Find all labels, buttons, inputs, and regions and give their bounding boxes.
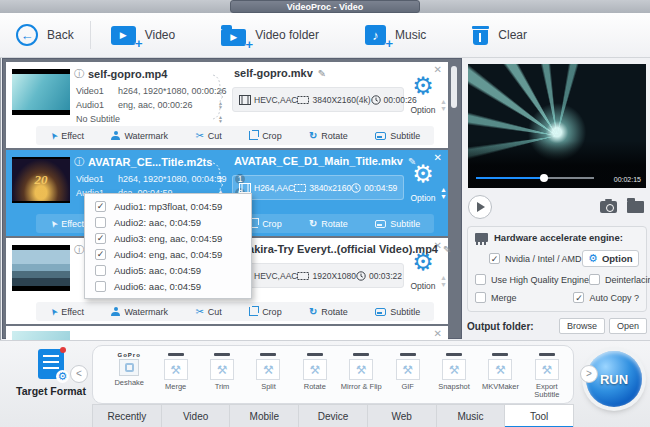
- add-video-folder-button[interactable]: ▶ Video folder: [221, 25, 319, 46]
- play-button[interactable]: [468, 195, 492, 219]
- action-subtitle[interactable]: Subtitle: [375, 219, 420, 229]
- tool-trim[interactable]: ⚒ Trim: [200, 351, 244, 391]
- tab-music[interactable]: Music: [437, 405, 506, 427]
- tool-merge[interactable]: ⚒ Merge: [153, 351, 197, 391]
- checkbox[interactable]: [95, 249, 106, 260]
- info-icon[interactable]: ⓘ: [74, 155, 84, 169]
- tool-gif[interactable]: ⚒ GIF: [385, 351, 429, 391]
- tab-mobile[interactable]: Mobile: [230, 405, 299, 427]
- checkbox[interactable]: [475, 274, 486, 285]
- action-effect[interactable]: ➤Effect: [50, 131, 84, 141]
- add-video-button[interactable]: ▶ Video: [111, 26, 175, 45]
- checkbox[interactable]: [95, 201, 106, 212]
- info-icon[interactable]: ⓘ: [74, 243, 84, 257]
- codec-option-button[interactable]: ⚙ Option: [406, 161, 440, 205]
- hardware-option-button[interactable]: ⚙ Option: [582, 250, 639, 267]
- tool-deshake[interactable]: GoPro Deshake: [107, 351, 151, 387]
- high-quality-checkbox[interactable]: Use High Quality Engine: [475, 274, 589, 285]
- action-subtitle[interactable]: Subtitle: [375, 307, 420, 317]
- merge-checkbox[interactable]: Merge: [475, 292, 517, 303]
- open-folder-icon[interactable]: [627, 201, 644, 213]
- checkbox[interactable]: [589, 274, 600, 285]
- tab-video[interactable]: Video: [162, 405, 231, 427]
- scroll-right-chevron[interactable]: >: [580, 365, 598, 383]
- audio-track-option[interactable]: Audio5: aac, 0:04:59: [85, 262, 251, 278]
- track-list: Video1h264, 1920*1080, 00:00:26 Audio1en…: [76, 84, 218, 126]
- action-crop[interactable]: Crop: [249, 131, 282, 141]
- auto-copy-checkbox[interactable]: Auto Copy ?: [573, 292, 639, 303]
- action-rotate[interactable]: ↻Rotate: [309, 306, 348, 317]
- tool-icon: ⚒: [535, 359, 559, 380]
- action-rotate[interactable]: ↻Rotate: [309, 130, 348, 141]
- reorder-arrows[interactable]: ▲▼: [440, 274, 447, 288]
- edit-actions-bar: ➤Effect Watermark ✂Cut Crop ↻Rotate Subt…: [36, 126, 434, 145]
- reorder-arrows[interactable]: ▲▼: [440, 186, 447, 200]
- add-music-button[interactable]: ♪ Music: [365, 25, 426, 45]
- checkbox[interactable]: [95, 233, 106, 244]
- action-effect[interactable]: ➤Effect: [50, 307, 84, 317]
- open-button[interactable]: Open: [609, 318, 647, 334]
- checkbox[interactable]: [95, 281, 106, 292]
- file-row-1[interactable]: ✕ ⓘ self-gopro.mp4 Video1h264, 1920*1080…: [6, 62, 448, 148]
- tab-device[interactable]: Device: [299, 405, 368, 427]
- checkbox[interactable]: [475, 292, 486, 303]
- seek-handle[interactable]: [540, 174, 548, 182]
- video-preview[interactable]: 00:02:15: [468, 64, 646, 188]
- track-label: No Subtitle: [76, 114, 120, 124]
- rotate-icon: ↻: [309, 130, 317, 141]
- codec-option-button[interactable]: ⚙ Option: [406, 73, 440, 117]
- list-scrollbar[interactable]: [450, 62, 458, 335]
- audio-track-option[interactable]: Audio4: eng, aac, 0:04:59: [85, 246, 251, 262]
- audio-track-option[interactable]: Audio6: aac, 0:04:59: [85, 278, 251, 294]
- edit-name-icon[interactable]: ✎: [318, 68, 326, 79]
- tab-web[interactable]: Web: [368, 405, 437, 427]
- codec-option-button[interactable]: ⚙ Option: [406, 249, 440, 293]
- action-effect[interactable]: ➤Effect: [50, 219, 84, 229]
- tab-tool[interactable]: Tool: [505, 405, 573, 427]
- action-crop[interactable]: Crop: [249, 219, 282, 229]
- checkbox[interactable]: [489, 253, 500, 264]
- output-format-badges: HEVC,AAC 1920X1080 00:03:22: [232, 263, 404, 288]
- seek-bar[interactable]: [476, 177, 594, 179]
- resolution-badge: 1920X1080: [297, 271, 356, 281]
- reorder-arrows[interactable]: ▲▼: [440, 98, 447, 112]
- tool-icon: ⚒: [303, 359, 327, 380]
- bottom-toolbox: ⚙ Target Format < > GoPro Deshake ⚒ Merg…: [0, 340, 650, 427]
- tool-mirror-flip[interactable]: ⚒ Mirror & Flip: [339, 351, 383, 391]
- info-icon[interactable]: ⓘ: [74, 67, 84, 81]
- snapshot-icon[interactable]: [600, 201, 617, 213]
- tool-mkvmaker[interactable]: ⚒ MKVMaker: [478, 351, 522, 391]
- action-watermark[interactable]: Watermark: [111, 131, 168, 141]
- action-cut[interactable]: ✂Cut: [195, 306, 221, 317]
- deinterlacing-checkbox[interactable]: Deinterlacing: [589, 274, 650, 285]
- subtitle-icon: [375, 220, 386, 228]
- action-watermark[interactable]: Watermark: [111, 307, 168, 317]
- close-icon[interactable]: ✕: [434, 328, 442, 339]
- back-button[interactable]: ← Back: [16, 24, 74, 46]
- audio-track-option[interactable]: Audio3: eng, aac, 0:04:59: [85, 230, 251, 246]
- browse-button[interactable]: Browse: [559, 318, 605, 334]
- back-arrow-icon: ←: [16, 24, 38, 46]
- tool-split[interactable]: ⚒ Split: [246, 351, 290, 391]
- scrollbar-thumb[interactable]: [451, 66, 457, 108]
- action-crop[interactable]: Crop: [249, 307, 282, 317]
- file-row-4-partial[interactable]: ✕: [6, 326, 448, 340]
- gpu-checkbox[interactable]: Nvidia / Intel / AMD: [489, 253, 582, 264]
- action-rotate[interactable]: ↻Rotate: [309, 218, 348, 229]
- checkbox[interactable]: [95, 265, 106, 276]
- checkbox[interactable]: [95, 217, 106, 228]
- tool-export-subtitle[interactable]: ⚒ Export Subtitle: [525, 351, 569, 399]
- action-cut[interactable]: ✂Cut: [195, 130, 221, 141]
- audio-track-option[interactable]: Audio1: mp3float, 0:04:59: [85, 198, 251, 214]
- scroll-left-chevron[interactable]: <: [70, 365, 88, 383]
- output-format-badges: H264,AAC 3840x2160 00:04:59: [232, 175, 404, 200]
- tab-recently[interactable]: Recently: [93, 405, 162, 427]
- checkbox[interactable]: [573, 292, 584, 303]
- toolbar-divider: [90, 21, 91, 49]
- action-subtitle[interactable]: Subtitle: [375, 131, 420, 141]
- tool-snapshot[interactable]: ⚒ Snapshot: [432, 351, 476, 391]
- tool-rotate[interactable]: ⚒ Rotate: [293, 351, 337, 391]
- clear-button[interactable]: Clear: [472, 25, 527, 45]
- audio-track-option[interactable]: Audio2: aac, 0:04:59: [85, 214, 251, 230]
- target-format-label: Target Format: [10, 385, 92, 397]
